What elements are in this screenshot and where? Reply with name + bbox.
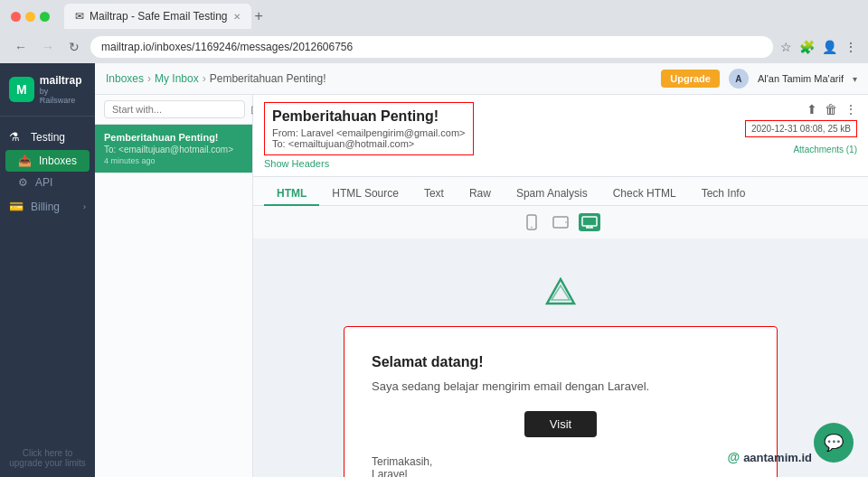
- svg-point-1: [531, 227, 533, 229]
- email-welcome-title: Selamat datang!: [372, 354, 750, 370]
- tab-text[interactable]: Text: [411, 182, 457, 206]
- address-bar[interactable]: mailtrap.io/inboxes/1169246/messages/201…: [90, 36, 773, 58]
- tablet-view-toggle[interactable]: [550, 213, 571, 231]
- email-card: Selamat datang! Saya sedang belajar meng…: [344, 326, 778, 477]
- inboxes-icon: 📥: [18, 154, 32, 167]
- email-list-header: ⊞ ↺ ⇅ ⚙: [95, 95, 252, 125]
- email-welcome-body: Saya sedang belajar mengirim email denga…: [372, 379, 750, 393]
- breadcrumb: Inboxes › My Inbox › Pemberitahuan Penti…: [106, 72, 326, 85]
- email-actions-col: ⬆ 🗑 ⋮ 2020-12-31 08:08, 25 kB Attachment…: [745, 102, 857, 154]
- tab-bar: ✉ Mailtrap - Safe Email Testing ✕ +: [64, 4, 857, 29]
- browser-chrome: ✉ Mailtrap - Safe Email Testing ✕ +: [0, 0, 868, 33]
- back-button[interactable]: ←: [11, 38, 31, 56]
- sidebar-upgrade-link[interactable]: Click here to upgrade your limits: [0, 439, 95, 477]
- tab-html[interactable]: HTML: [264, 182, 319, 206]
- user-menu-chevron[interactable]: ▾: [853, 74, 857, 84]
- billing-icon: 💳: [9, 200, 24, 213]
- new-tab-button[interactable]: +: [255, 8, 263, 24]
- app-header: Inboxes › My Inbox › Pemberitahuan Penti…: [95, 63, 868, 95]
- more-actions-icon[interactable]: ⋮: [844, 102, 857, 117]
- api-icon: ⚙: [18, 176, 28, 189]
- tab-close-button[interactable]: ✕: [233, 12, 241, 22]
- tab-favicon: ✉: [75, 10, 84, 23]
- bookmark-icon[interactable]: ☆: [780, 40, 792, 54]
- tab-html-source[interactable]: HTML Source: [319, 182, 411, 206]
- watermark-logo-icon: @: [727, 450, 740, 464]
- sidebar-nav: ⚗ Testing 📥 Inboxes ⚙ API 💳 Billing ›: [0, 117, 95, 439]
- logo-sub: by Railsware: [40, 87, 86, 105]
- chat-icon: 💬: [824, 433, 844, 453]
- address-bar-row: ← → ↻ mailtrap.io/inboxes/1169246/messag…: [0, 33, 868, 63]
- email-preview-inner: Selamat datang! Saya sedang belajar meng…: [344, 257, 778, 459]
- breadcrumb-current: Pemberitahuan Penting!: [210, 72, 326, 85]
- email-detail-header: Pemberitahuan Penting! From: Laravel <em…: [253, 95, 868, 177]
- desktop-view-toggle[interactable]: [579, 213, 600, 231]
- tab-raw[interactable]: Raw: [457, 182, 504, 206]
- sidebar-item-inboxes[interactable]: 📥 Inboxes: [5, 150, 90, 172]
- inbox-area: ⊞ ↺ ⇅ ⚙ Pemberitahuan Penting! To: <emai…: [95, 95, 868, 477]
- breadcrumb-sep-2: ›: [203, 72, 206, 85]
- browser-icons: ☆ 🧩 👤 ⋮: [780, 40, 857, 54]
- sidebar-item-api[interactable]: ⚙ API: [0, 172, 95, 193]
- email-to: To: <emailtujuan@hotmail.com>: [272, 138, 466, 149]
- view-toggles: [253, 206, 868, 238]
- upgrade-link-text: Click here to upgrade your limits: [9, 448, 85, 468]
- delete-email-icon[interactable]: 🗑: [825, 102, 837, 117]
- show-headers-link[interactable]: Show Headers: [264, 158, 474, 169]
- extensions-icon[interactable]: 🧩: [799, 40, 815, 54]
- sidebar-label-api: API: [35, 176, 52, 189]
- url-text: mailtrap.io/inboxes/1169246/messages/201…: [101, 41, 353, 53]
- tab-spam-analysis[interactable]: Spam Analysis: [504, 182, 600, 206]
- close-window-dot[interactable]: [11, 12, 21, 22]
- app-container: M mailtrap by Railsware ⚗ Testing 📥 Inbo…: [0, 63, 868, 477]
- menu-icon[interactable]: ⋮: [844, 40, 857, 54]
- attachments-link[interactable]: Attachments (1): [793, 145, 857, 154]
- sidebar-item-billing[interactable]: 💳 Billing ›: [0, 193, 95, 220]
- email-item-to: To: <emailtujuan@hotmail.com>: [104, 145, 243, 154]
- email-from: From: Laravel <emailpengirim@gmail.com>: [272, 127, 466, 138]
- upgrade-button[interactable]: Upgrade: [661, 70, 720, 88]
- sidebar-item-testing[interactable]: ⚗ Testing: [0, 124, 95, 150]
- window-controls: [11, 12, 50, 22]
- breadcrumb-my-inbox[interactable]: My Inbox: [155, 72, 199, 85]
- reload-button[interactable]: ↻: [65, 38, 83, 56]
- svg-point-3: [565, 221, 567, 223]
- forward-button[interactable]: →: [38, 38, 58, 56]
- user-avatar: A: [729, 69, 749, 89]
- minimize-window-dot[interactable]: [25, 12, 35, 22]
- mobile-view-toggle[interactable]: [521, 213, 542, 231]
- tab-label: Mailtrap - Safe Email Testing: [90, 10, 228, 23]
- email-signature: Laravel: [372, 468, 750, 477]
- tab-check-html[interactable]: Check HTML: [600, 182, 689, 206]
- email-subject-area: Pemberitahuan Penting! From: Laravel <em…: [264, 102, 474, 155]
- forward-email-icon[interactable]: ⬆: [807, 102, 817, 117]
- watermark-chat-button[interactable]: 💬: [814, 423, 854, 463]
- email-visit-button[interactable]: Visit: [524, 411, 597, 437]
- email-action-icons: ⬆ 🗑 ⋮: [807, 102, 857, 117]
- search-input[interactable]: [104, 100, 245, 118]
- watermark-brand: aantamim.id: [743, 451, 812, 464]
- logo-text-block: mailtrap by Railsware: [40, 74, 86, 105]
- tab-tech-info[interactable]: Tech Info: [689, 182, 759, 206]
- billing-chevron: ›: [83, 202, 86, 211]
- email-item-title: Pemberitahuan Penting!: [104, 132, 243, 143]
- email-subject: Pemberitahuan Penting!: [272, 108, 466, 125]
- email-preview-logo: [344, 257, 778, 326]
- breadcrumb-inboxes[interactable]: Inboxes: [106, 72, 144, 85]
- active-tab[interactable]: ✉ Mailtrap - Safe Email Testing ✕: [64, 4, 251, 29]
- main-content: Inboxes › My Inbox › Pemberitahuan Penti…: [95, 63, 868, 477]
- sidebar-label-inboxes: Inboxes: [39, 154, 77, 167]
- header-right: Upgrade A Al'an Tamim Ma'arif ▾: [661, 69, 857, 89]
- profile-icon[interactable]: 👤: [822, 40, 837, 54]
- watermark-text: @ aantamim.id: [727, 450, 812, 464]
- email-detail: Pemberitahuan Penting! From: Laravel <em…: [253, 95, 868, 477]
- email-closing-text: Terimakasih,: [372, 455, 750, 468]
- logo-brand: mailtrap: [40, 74, 86, 87]
- email-list-item[interactable]: Pemberitahuan Penting! To: <emailtujuan@…: [95, 125, 252, 173]
- email-preview: Selamat datang! Saya sedang belajar meng…: [253, 238, 868, 477]
- maximize-window-dot[interactable]: [40, 12, 50, 22]
- email-closing: Terimakasih, Laravel: [372, 455, 750, 477]
- sidebar-label-billing: Billing: [31, 201, 60, 213]
- testing-icon: ⚗: [9, 130, 24, 144]
- sidebar-logo: M mailtrap by Railsware: [0, 63, 95, 117]
